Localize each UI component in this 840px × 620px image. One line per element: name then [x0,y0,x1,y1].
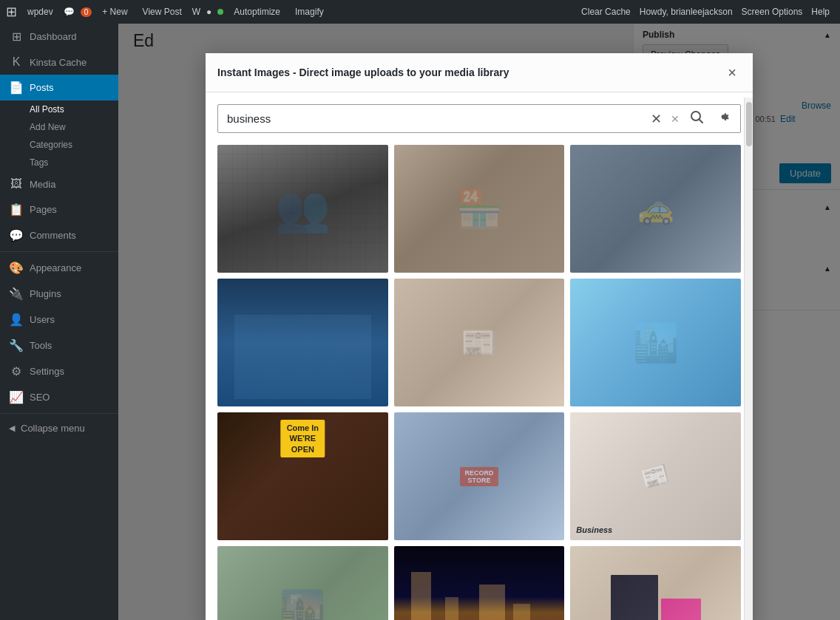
imagify-link[interactable]: Imagify [291,0,328,24]
submenu-add-new[interactable]: Add New [0,118,118,136]
howdy-label[interactable]: Howdy, brianleejackson [635,0,737,24]
sidebar-item-users[interactable]: 👤 Users [0,307,118,333]
comment-icon: 💬 [64,7,75,17]
settings-icon: ⚙ [9,364,24,378]
collapse-menu-label: Collapse menu [21,423,85,434]
sidebar-item-plugins[interactable]: 🔌 Plugins [0,281,118,307]
image-cell[interactable]: 👥 [217,145,388,273]
sidebar-item-posts[interactable]: 📄 Posts [0,75,118,101]
wp-icon: W [192,7,200,17]
image-cell[interactable]: RECORDSTORE [394,412,565,540]
wp-logo-icon: ⊞ [6,4,17,20]
image-cell[interactable]: 🚕 [570,145,741,273]
posts-icon: 📄 [9,81,24,95]
sidebar-item-pages[interactable]: 📋 Pages [0,197,118,222]
sidebar-label-comments: Comments [30,230,76,241]
clear-cache-button[interactable]: Clear Cache [577,0,635,24]
sidebar-item-appearance[interactable]: 🎨 Appearance [0,255,118,281]
search-input[interactable] [224,105,645,132]
search-button[interactable] [685,107,708,130]
modal-header: Instant Images - Direct image uploads to… [206,53,753,92]
image-cell[interactable]: 🌆 [217,546,388,620]
image-cell[interactable]: 📰 Business [570,412,741,540]
svg-line-1 [700,120,703,123]
submenu-categories[interactable]: Categories [0,136,118,154]
sidebar-label-users: Users [30,314,55,325]
image-cell[interactable] [570,546,741,620]
autoptimize-status-dot [217,9,223,15]
admin-sidebar: ⊞ Dashboard K Kinsta Cache 📄 Posts All P… [0,24,118,620]
modal-scrollbar[interactable] [744,98,753,620]
submenu-all-posts[interactable]: All Posts [0,101,118,118]
sidebar-label-appearance: Appearance [30,262,81,273]
sidebar-item-comments[interactable]: 💬 Comments [0,222,118,248]
autoptimize-link[interactable]: Autoptimize [229,0,285,24]
sidebar-item-dashboard[interactable]: ⊞ Dashboard [0,24,118,50]
gear-icon [717,110,730,123]
comments-icon: 💬 [9,228,24,242]
collapse-icon: ◀ [9,423,15,433]
sidebar-label-tools: Tools [30,340,52,351]
seo-icon: 📈 [9,390,24,404]
search-icon [690,110,703,123]
help-button[interactable]: Help [807,0,834,24]
sidebar-label-posts: Posts [30,82,54,93]
image-cell[interactable]: Come InWE'REOPEN [217,412,388,540]
sidebar-label-seo: SEO [30,392,50,403]
new-content-button[interactable]: + New [98,0,132,24]
modal-body: ✕ ✕ [206,92,753,620]
comment-count: 0 [81,7,92,17]
submenu-tags[interactable]: Tags [0,154,118,171]
sidebar-item-media[interactable]: 🖼 Media [0,171,118,197]
search-bar: ✕ ✕ [217,104,741,133]
collapse-menu-button[interactable]: ◀ Collapse menu [0,417,118,440]
users-icon: 👤 [9,313,24,327]
tools-icon: 🔧 [9,338,24,352]
modal-title: Instant Images - Direct image uploads to… [217,67,509,78]
image-cell[interactable]: 🏪 [394,145,565,273]
circle-icon: ● [206,7,211,17]
modal-overlay: Instant Images - Direct image uploads to… [118,24,840,620]
site-name[interactable]: wpdev [23,0,58,24]
view-post-link[interactable]: View Post [138,0,186,24]
sidebar-label-plugins: Plugins [30,288,61,299]
sidebar-item-settings[interactable]: ⚙ Settings [0,358,118,384]
sidebar-label-media: Media [30,179,55,190]
appearance-icon: 🎨 [9,261,24,275]
dashboard-icon: ⊞ [9,30,24,44]
image-cell[interactable]: 📰 [394,279,565,406]
pages-icon: 📋 [9,202,24,217]
sidebar-item-seo[interactable]: 📈 SEO [0,384,118,410]
main-content: Ed Instant Images - Direct image uploads… [118,24,840,620]
sidebar-label-pages: Pages [30,204,57,215]
scrollbar-thumb[interactable] [746,102,752,146]
image-cell[interactable]: 🏙️ [570,279,741,406]
screen-options-button[interactable]: Screen Options [737,0,807,24]
sidebar-item-tools[interactable]: 🔧 Tools [0,333,118,358]
admin-bar: ⊞ wpdev 💬 0 + New View Post W ● Autoptim… [0,0,840,24]
image-cell[interactable] [217,279,388,406]
instant-images-modal: Instant Images - Direct image uploads to… [206,53,753,620]
modal-close-button[interactable]: × [723,64,741,81]
image-grid: 👥 🏪 🚕 [217,145,741,620]
image-cell[interactable] [394,546,565,620]
clear-small-button[interactable]: ✕ [668,110,682,128]
settings-button[interactable] [712,107,734,130]
sidebar-label-dashboard: Dashboard [30,31,77,42]
media-icon: 🖼 [9,177,24,191]
sidebar-label-kinsta: Kinsta Cache [30,57,87,68]
plugins-icon: 🔌 [9,287,24,301]
kinsta-icon: K [9,55,24,69]
sidebar-label-settings: Settings [30,366,64,377]
sidebar-item-kinsta[interactable]: K Kinsta Cache [0,50,118,75]
clear-x-button[interactable]: ✕ [648,108,665,130]
